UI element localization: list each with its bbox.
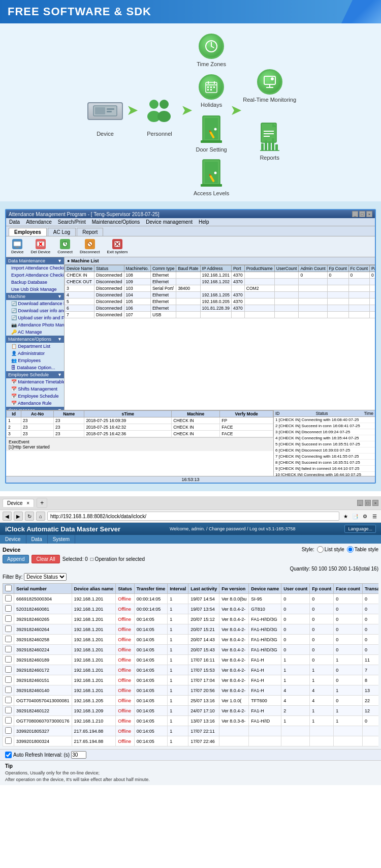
device-cb-cell-1[interactable] bbox=[3, 604, 14, 614]
table-style-radio[interactable] bbox=[347, 546, 354, 553]
auto-refresh-checkbox[interactable] bbox=[5, 752, 12, 758]
sidebar-import-attendance[interactable]: Import Attendance Checking Data bbox=[6, 264, 64, 272]
forward-button[interactable]: ▶ bbox=[14, 512, 23, 521]
device-cb-cell-8[interactable] bbox=[3, 675, 14, 685]
device-cb-cell-12[interactable] bbox=[3, 716, 14, 726]
device-row-checkbox-5[interactable] bbox=[5, 646, 12, 652]
list-style-option[interactable]: List style bbox=[317, 546, 344, 553]
device-row-11[interactable]: 3929182460122192.168.1.209Offline00:14:0… bbox=[3, 706, 379, 716]
new-tab-button[interactable]: + bbox=[37, 498, 47, 508]
device-row-13[interactable]: 3399201805327217.65.194.88Offline00:14:0… bbox=[3, 726, 379, 736]
toolbar-connect-btn[interactable]: Connect bbox=[55, 238, 75, 255]
list-style-radio[interactable] bbox=[317, 546, 324, 553]
device-row-8[interactable]: 3929182460151192.168.1.201Offline00:14:0… bbox=[3, 675, 379, 685]
device-row-12[interactable]: OGT70800607073000176192.168.1.210Offline… bbox=[3, 716, 379, 726]
device-row-checkbox-2[interactable] bbox=[5, 615, 12, 622]
device-row-checkbox-9[interactable] bbox=[5, 686, 12, 693]
select-all-checkbox[interactable] bbox=[5, 585, 12, 591]
language-selector[interactable]: Language... bbox=[344, 525, 376, 533]
filter-select[interactable]: Device Status bbox=[24, 573, 67, 581]
bookmark-icon[interactable]: 📑 bbox=[351, 512, 359, 520]
sidebar-section-door[interactable]: door manage ▼ bbox=[6, 407, 64, 410]
sidebar-download-user[interactable]: 🔄 Download user info and Fp bbox=[6, 307, 64, 314]
device-row-checkbox-7[interactable] bbox=[5, 666, 12, 673]
device-row-checkbox-11[interactable] bbox=[5, 707, 12, 713]
home-button[interactable]: ⌂ bbox=[36, 512, 45, 521]
sidebar-photo-mgmt[interactable]: 📷 Attendance Photo Management bbox=[6, 321, 64, 328]
sidebar-download-logs[interactable]: 🔄 Download attendance logs bbox=[6, 300, 64, 307]
back-button[interactable]: ◀ bbox=[3, 512, 12, 521]
sidebar-section-machine[interactable]: Machine ▼ bbox=[6, 293, 64, 300]
device-cb-cell-7[interactable] bbox=[3, 665, 14, 675]
device-cb-cell-3[interactable] bbox=[3, 624, 14, 635]
sidebar-section-schedule[interactable]: Employee Schedule ▼ bbox=[6, 371, 64, 378]
sidebar-shifts[interactable]: 📅 Shifts Management bbox=[6, 385, 64, 393]
sidebar-ac-manage[interactable]: 🔑 AC Manage bbox=[6, 328, 64, 336]
device-row-0[interactable]: 66691825000304192.168.1.201Offline00:00:… bbox=[3, 594, 379, 604]
tab-employees[interactable]: Employees bbox=[9, 228, 47, 236]
auto-refresh-checkbox-item[interactable]: Auto Refresh Interval: (s) bbox=[5, 751, 86, 759]
maximize-button[interactable]: □ bbox=[359, 211, 365, 217]
browser-minimize[interactable]: _ bbox=[357, 500, 363, 506]
device-cb-cell-11[interactable] bbox=[3, 706, 14, 716]
device-row-5[interactable]: 3929182460224192.168.1.201Offline00:14:0… bbox=[3, 645, 379, 655]
sidebar-administrator[interactable]: 👤 Administrator bbox=[6, 350, 64, 357]
append-button[interactable]: Append bbox=[3, 555, 29, 563]
device-row-checkbox-0[interactable] bbox=[5, 595, 12, 602]
sidebar-employees[interactable]: 👥 Employees bbox=[6, 357, 64, 364]
close-button[interactable]: × bbox=[366, 211, 372, 217]
device-cb-cell-4[interactable] bbox=[3, 635, 14, 645]
star-icon[interactable]: ★ bbox=[341, 512, 350, 520]
machine-row-5[interactable]: 6Disconnected106Ethernet101.81.228.39437… bbox=[65, 305, 375, 312]
device-cb-cell-6[interactable] bbox=[3, 655, 14, 665]
machine-row-2[interactable]: 3Disconnected103Serial Port/38400COM2 bbox=[65, 285, 375, 292]
device-cb-cell-10[interactable] bbox=[3, 696, 14, 706]
sidebar-export-attendance[interactable]: Export Attendance Checking Data bbox=[6, 272, 64, 279]
tab-report[interactable]: Report bbox=[77, 228, 103, 236]
sidebar-section-data-maintenance[interactable]: Data Maintenance ▼ bbox=[6, 257, 64, 264]
browser-close[interactable]: × bbox=[372, 500, 378, 506]
bottom-row-1[interactable]: 223232018-07-25 16:42:32CHECK INFACE bbox=[7, 424, 273, 431]
device-row-7[interactable]: 3929182460172192.168.1.201Offline00:14:0… bbox=[3, 665, 379, 675]
toolbar-del-device-btn[interactable]: Del Device bbox=[28, 238, 53, 255]
tab-aclog[interactable]: AC Log bbox=[48, 228, 76, 236]
device-cb-cell-2[interactable] bbox=[3, 614, 14, 624]
menu-maintenance[interactable]: Maintenance/Options bbox=[89, 218, 143, 226]
device-cb-cell-9[interactable] bbox=[3, 685, 14, 696]
menu-data[interactable]: Data bbox=[6, 218, 23, 226]
device-row-checkbox-13[interactable] bbox=[5, 727, 12, 734]
device-row-2[interactable]: 3929182460265192.168.1.201Offline00:14:0… bbox=[3, 614, 379, 624]
sidebar-attendance-rule[interactable]: 📅 Attendance Rule bbox=[6, 400, 64, 407]
nav-data[interactable]: Data bbox=[26, 535, 48, 544]
machine-row-3[interactable]: 4Disconnected104Ethernet192.168.1.205437… bbox=[65, 292, 375, 298]
device-row-14[interactable]: 3399201800324217.65.194.88Offline00:14:0… bbox=[3, 736, 379, 746]
device-row-10[interactable]: OGT70400570413000081192.168.1.205Offline… bbox=[3, 696, 379, 706]
auto-refresh-input[interactable] bbox=[71, 751, 86, 759]
browser-restore[interactable]: □ bbox=[365, 500, 371, 506]
nav-device[interactable]: Device bbox=[0, 535, 26, 544]
minimize-button[interactable]: _ bbox=[352, 211, 358, 217]
device-row-6[interactable]: 3929182460189192.168.1.201Offline00:14:0… bbox=[3, 655, 379, 665]
nav-system[interactable]: System bbox=[48, 535, 75, 544]
machine-row-1[interactable]: CHECK OUTDisconnected109Ethernet192.168.… bbox=[65, 279, 375, 285]
settings-icon[interactable]: ⚙ bbox=[361, 512, 369, 520]
device-row-checkbox-1[interactable] bbox=[5, 605, 12, 612]
bottom-row-2[interactable]: 323232018-07-25 16:42:36CHECK INFACE bbox=[7, 431, 273, 437]
device-row-checkbox-10[interactable] bbox=[5, 697, 12, 703]
toolbar-device-btn[interactable]: Device bbox=[9, 238, 26, 255]
sidebar-section-maintenance[interactable]: Maintenance/Options ▼ bbox=[6, 336, 64, 343]
close-tab-icon[interactable]: × bbox=[26, 500, 29, 506]
device-cb-cell-0[interactable] bbox=[3, 594, 14, 604]
device-row-checkbox-3[interactable] bbox=[5, 625, 12, 632]
clear-all-button[interactable]: Clear All bbox=[31, 555, 59, 563]
table-style-option[interactable]: Table style bbox=[347, 546, 378, 553]
device-row-checkbox-4[interactable] bbox=[5, 636, 12, 642]
device-row-3[interactable]: 3929182460264192.168.1.201Offline00:14:0… bbox=[3, 624, 379, 635]
machine-row-6[interactable]: 7Disconnected107USB3204 bbox=[65, 312, 375, 318]
device-row-4[interactable]: 3929182460258192.168.1.201Offline00:14:0… bbox=[3, 635, 379, 645]
sidebar-department[interactable]: 📋 Department List bbox=[6, 343, 64, 350]
toolbar-disconnect-btn[interactable]: Disconnect bbox=[77, 238, 103, 255]
menu-attendance[interactable]: Attendance bbox=[23, 218, 55, 226]
url-bar[interactable] bbox=[47, 512, 339, 521]
bottom-row-0[interactable]: 123232018-07-25 16:09:39CHECK INFP bbox=[7, 417, 273, 424]
